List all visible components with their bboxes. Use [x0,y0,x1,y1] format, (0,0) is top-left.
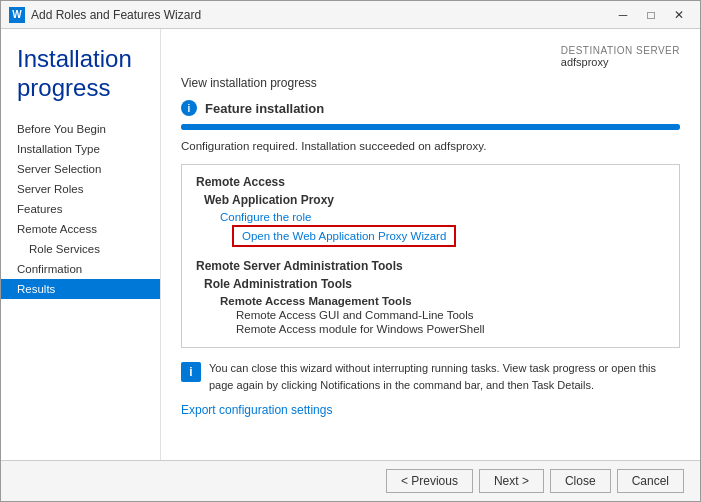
view-progress-label: View installation progress [181,76,680,90]
window-title: Add Roles and Features Wizard [31,8,201,22]
title-bar-controls: ─ □ ✕ [610,5,692,25]
titlebar-close-button[interactable]: ✕ [666,5,692,25]
role-admin-title: Role Administration Tools [196,277,665,291]
title-bar-left: W Add Roles and Features Wizard [9,7,201,23]
powershell-label: Remote Access module for Windows PowerSh… [196,323,665,335]
remote-access-title: Remote Access [196,175,665,189]
sidebar: Installation progress Before You Begin I… [1,29,161,460]
feature-installation-row: i Feature installation [181,100,680,116]
cancel-button[interactable]: Cancel [617,469,684,493]
main-content: DESTINATION SERVER adfsproxy View instal… [161,29,700,460]
sidebar-item-confirmation[interactable]: Confirmation [1,259,160,279]
previous-button[interactable]: < Previous [386,469,473,493]
open-wizard-link[interactable]: Open the Web Application Proxy Wizard [232,225,456,247]
configure-role-link[interactable]: Configure the role [196,211,665,223]
sidebar-heading: Installation progress [1,45,160,119]
maximize-button[interactable]: □ [638,5,664,25]
web-app-proxy-title: Web Application Proxy [196,193,665,207]
minimize-button[interactable]: ─ [610,5,636,25]
title-bar: W Add Roles and Features Wizard ─ □ ✕ [1,1,700,29]
sidebar-item-results[interactable]: Results [1,279,160,299]
progress-bar-fill [181,124,680,130]
wizard-window: W Add Roles and Features Wizard ─ □ ✕ In… [0,0,701,502]
remote-access-mgmt-title: Remote Access Management Tools [196,295,665,307]
sidebar-item-role-services[interactable]: Role Services [1,239,160,259]
feature-installation-label: Feature installation [205,101,324,116]
next-button[interactable]: Next > [479,469,544,493]
destination-label: DESTINATION SERVER [561,45,680,56]
sidebar-item-remote-access[interactable]: Remote Access [1,219,160,239]
sidebar-item-server-selection[interactable]: Server Selection [1,159,160,179]
wizard-icon: W [9,7,25,23]
gui-tools-label: Remote Access GUI and Command-Line Tools [196,309,665,321]
close-button[interactable]: Close [550,469,611,493]
export-config-link[interactable]: Export configuration settings [181,403,332,417]
sidebar-item-before-you-begin[interactable]: Before You Begin [1,119,160,139]
sidebar-item-installation-type[interactable]: Installation Type [1,139,160,159]
destination-server-name: adfsproxy [561,56,680,68]
remote-server-admin-title: Remote Server Administration Tools [196,259,665,273]
main-header: DESTINATION SERVER adfsproxy [181,45,680,68]
wizard-body: Installation progress Before You Begin I… [1,29,700,460]
note-text: You can close this wizard without interr… [209,360,680,393]
sidebar-item-features[interactable]: Features [1,199,160,219]
note-row: i You can close this wizard without inte… [181,360,680,393]
destination-server-block: DESTINATION SERVER adfsproxy [561,45,680,68]
wizard-footer: < Previous Next > Close Cancel [1,460,700,501]
info-icon: i [181,100,197,116]
results-box: Remote Access Web Application Proxy Conf… [181,164,680,348]
progress-bar-container [181,124,680,130]
sidebar-item-server-roles[interactable]: Server Roles [1,179,160,199]
config-text: Configuration required. Installation suc… [181,140,680,152]
note-icon: i [181,362,201,382]
